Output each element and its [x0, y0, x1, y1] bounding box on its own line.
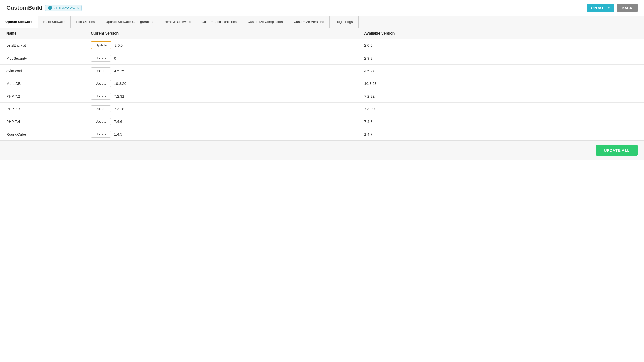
row-update-button[interactable]: Update [91, 41, 111, 49]
tab-remove-software[interactable]: Remove Software [158, 16, 196, 28]
tab-build-software[interactable]: Build Software [38, 16, 71, 28]
tab-plugin-logs[interactable]: Plugin Logs [330, 16, 359, 28]
header: CustomBuild i 2.0.0 (rev: 2529) UPDATE ▼… [0, 0, 644, 16]
row-current-version: 7.4.6 [114, 120, 122, 124]
update-all-button[interactable]: UPDATE ALL [596, 145, 638, 156]
row-current-version: 2.0.5 [115, 43, 123, 47]
header-left: CustomBuild i 2.0.0 (rev: 2529) [6, 4, 82, 11]
col-available-version: Available Version [364, 31, 638, 35]
row-name: LetsEncrypt [6, 43, 91, 47]
row-name: PHP 7.3 [6, 107, 91, 111]
row-current-version-cell: Update4.5.25 [91, 67, 364, 74]
table-row: PHP 7.4Update7.4.67.4.8 [0, 115, 644, 128]
app-title: CustomBuild [6, 4, 42, 11]
row-name: PHP 7.4 [6, 120, 91, 124]
col-name: Name [6, 31, 91, 35]
row-available-version: 1.4.7 [364, 132, 638, 136]
tabs-bar: Update SoftwareBuild SoftwareEdit Option… [0, 16, 644, 28]
dropdown-arrow-icon: ▼ [608, 7, 610, 9]
row-current-version: 7.2.31 [114, 94, 124, 98]
table-row: PHP 7.3Update7.3.187.3.20 [0, 103, 644, 115]
table-header: Name Current Version Available Version [0, 28, 644, 39]
tab-custombuild-functions[interactable]: CustomBuild Functions [196, 16, 242, 28]
row-current-version-cell: Update7.2.31 [91, 93, 364, 100]
row-name: RoundCube [6, 132, 91, 136]
table-row: ModSecurityUpdate02.9.3 [0, 52, 644, 65]
row-update-button[interactable]: Update [91, 118, 111, 125]
tab-edit-options[interactable]: Edit Options [71, 16, 100, 28]
row-update-button[interactable]: Update [91, 105, 111, 112]
footer: UPDATE ALL [0, 140, 644, 160]
row-current-version: 10.3.20 [114, 82, 126, 86]
row-update-button[interactable]: Update [91, 131, 111, 138]
row-current-version-cell: Update0 [91, 55, 364, 62]
table-body: LetsEncryptUpdate2.0.52.0.6ModSecurityUp… [0, 39, 644, 140]
row-update-button[interactable]: Update [91, 67, 111, 74]
row-current-version: 1.4.5 [114, 132, 122, 136]
table-row: RoundCubeUpdate1.4.51.4.7 [0, 128, 644, 140]
tab-update-software[interactable]: Update Software [0, 16, 38, 28]
row-current-version-cell: Update2.0.5 [91, 41, 364, 49]
row-update-button[interactable]: Update [91, 93, 111, 100]
tab-update-software-config[interactable]: Update Software Configuration [100, 16, 158, 28]
row-available-version: 7.4.8 [364, 120, 638, 124]
version-label: 2.0.0 (rev: 2529) [54, 6, 79, 10]
table-row: MariaDBUpdate10.3.2010.3.23 [0, 77, 644, 90]
row-update-button[interactable]: Update [91, 55, 111, 62]
row-available-version: 10.3.23 [364, 82, 638, 86]
row-name: MariaDB [6, 82, 91, 86]
row-name: PHP 7.2 [6, 94, 91, 98]
row-current-version-cell: Update7.3.18 [91, 105, 364, 112]
header-right: UPDATE ▼ BACK [587, 4, 638, 12]
info-icon: i [48, 6, 52, 10]
update-button[interactable]: UPDATE ▼ [587, 4, 614, 12]
content-area: Name Current Version Available Version L… [0, 28, 644, 140]
table-row: LetsEncryptUpdate2.0.52.0.6 [0, 39, 644, 52]
row-available-version: 7.3.20 [364, 107, 638, 111]
version-badge: i 2.0.0 (rev: 2529) [45, 5, 82, 11]
row-current-version-cell: Update1.4.5 [91, 131, 364, 138]
tab-customize-versions[interactable]: Customize Versions [288, 16, 330, 28]
table-row: PHP 7.2Update7.2.317.2.32 [0, 90, 644, 103]
back-button[interactable]: BACK [617, 4, 638, 12]
row-update-button[interactable]: Update [91, 80, 111, 87]
row-available-version: 2.0.6 [364, 43, 638, 47]
row-current-version: 4.5.25 [114, 69, 124, 73]
row-available-version: 2.9.3 [364, 56, 638, 60]
row-current-version-cell: Update10.3.20 [91, 80, 364, 87]
tab-customize-compilation[interactable]: Customize Compilation [242, 16, 288, 28]
row-name: exim.conf [6, 69, 91, 73]
row-current-version: 0 [114, 56, 116, 60]
row-current-version: 7.3.18 [114, 107, 124, 111]
table-row: exim.confUpdate4.5.254.5.27 [0, 65, 644, 77]
row-available-version: 4.5.27 [364, 69, 638, 73]
row-name: ModSecurity [6, 56, 91, 60]
row-current-version-cell: Update7.4.6 [91, 118, 364, 125]
row-available-version: 7.2.32 [364, 94, 638, 98]
col-current-version: Current Version [91, 31, 364, 35]
